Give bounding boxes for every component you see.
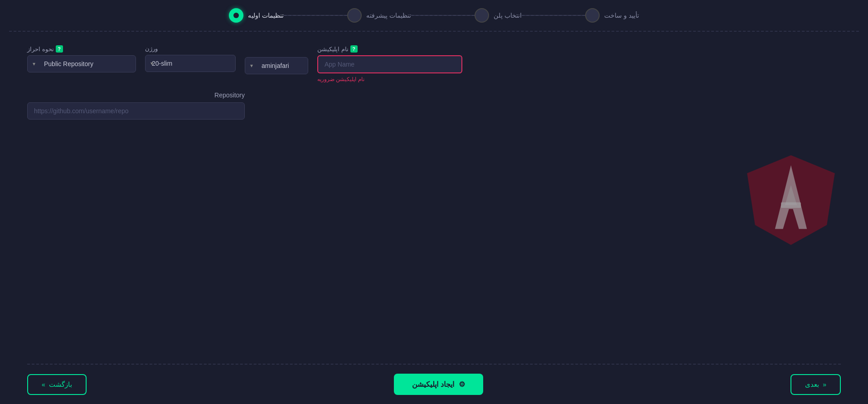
version-select-wrapper: 20-slim ▾ <box>145 55 236 72</box>
version-select[interactable]: 20-slim <box>145 55 236 72</box>
step-plan-label: انتخاب پلن <box>494 12 522 19</box>
username-select[interactable]: aminjafari <box>245 57 308 74</box>
form-group-username: aminjafari ▾ <box>245 45 308 74</box>
step-initial-label: تنظیمات اولیه <box>248 12 284 19</box>
app-name-label: نام اپلیکیشن <box>317 46 349 53</box>
version-label: ورژن <box>145 45 158 52</box>
create-button[interactable]: ⚙ ایجاد اپلیکیشن <box>394 374 483 395</box>
svg-rect-3 <box>781 202 801 208</box>
form-group-app-name: ? نام اپلیکیشن نام اپلیکیشن ضروریه <box>317 45 462 82</box>
angular-logo-area <box>0 133 868 269</box>
step-plan: انتخاب پلن <box>475 8 522 23</box>
app-name-help-icon[interactable]: ? <box>350 45 358 53</box>
username-select-wrapper: aminjafari ▾ <box>245 57 308 74</box>
repository-label: Repository <box>214 91 245 99</box>
bottom-bar: « بعدی ⚙ ایجاد اپلیکیشن بازگشت » <box>0 355 868 404</box>
app-name-label-row: ? نام اپلیکیشن <box>317 45 358 53</box>
step-initial-circle <box>229 8 243 23</box>
step-advanced-circle <box>347 8 362 23</box>
step-line-2 <box>411 15 475 16</box>
step-advanced-label: تنظیمات پیشرفته <box>366 12 411 19</box>
repository-input[interactable] <box>27 102 245 120</box>
create-button-label: ایجاد اپلیکیشن <box>412 380 454 389</box>
gear-icon: ⚙ <box>459 380 465 389</box>
main-content: ? نام اپلیکیشن نام اپلیکیشن ضروریه aminj… <box>0 32 868 133</box>
back-button-label: بازگشت <box>49 380 72 389</box>
step-build: تأیید و ساخت <box>585 8 639 23</box>
form-group-auth: ? نحوه احراز Public Repository ▾ <box>27 45 136 72</box>
back-button[interactable]: بازگشت » <box>27 374 87 395</box>
auth-select-wrapper: Public Repository ▾ <box>27 55 136 72</box>
app-name-error: نام اپلیکیشن ضروریه <box>317 76 364 82</box>
next-button-label: بعدی <box>805 380 819 389</box>
angular-logo <box>741 151 841 251</box>
bottom-divider <box>27 364 841 365</box>
next-button[interactable]: « بعدی <box>790 374 841 395</box>
step-initial: تنظیمات اولیه <box>229 8 284 23</box>
next-chevron-icon: « <box>823 381 826 388</box>
auth-select[interactable]: Public Repository <box>27 55 136 72</box>
form-group-version: ورژن 20-slim ▾ <box>145 45 236 72</box>
auth-label-row: ? نحوه احراز <box>27 45 63 53</box>
step-line-1 <box>284 15 347 16</box>
auth-label: نحوه احراز <box>27 46 54 53</box>
stepper: تنظیمات اولیه تنظیمات پیشرفته انتخاب پلن… <box>0 0 868 31</box>
step-plan-circle <box>475 8 489 23</box>
step-build-label: تأیید و ساخت <box>604 12 639 19</box>
step-build-circle <box>585 8 600 23</box>
auth-help-icon[interactable]: ? <box>56 45 63 53</box>
form-row-top: ? نام اپلیکیشن نام اپلیکیشن ضروریه aminj… <box>27 45 841 82</box>
step-advanced: تنظیمات پیشرفته <box>347 8 411 23</box>
app-name-input[interactable] <box>317 55 462 73</box>
bottom-actions: « بعدی ⚙ ایجاد اپلیکیشن بازگشت » <box>27 374 841 395</box>
back-chevron-icon: » <box>42 381 45 388</box>
step-line-3 <box>522 15 585 16</box>
